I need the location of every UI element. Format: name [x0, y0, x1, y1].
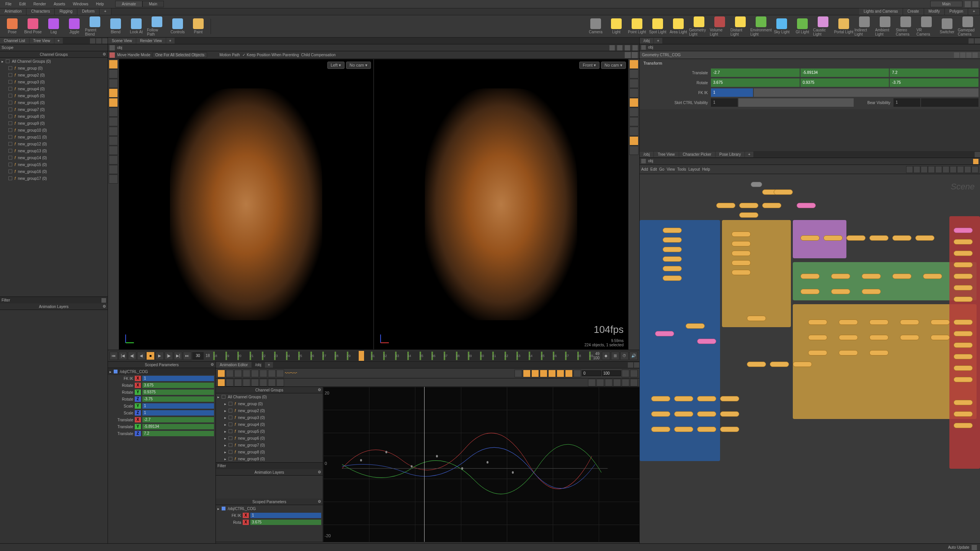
play-back-button[interactable]: ◀ — [137, 352, 145, 360]
ng-tool-icon[interactable] — [935, 166, 942, 173]
list-item[interactable]: fnew_group11 (0) — [0, 134, 108, 140]
skirt-slider[interactable] — [738, 98, 854, 107]
tool-icon[interactable] — [251, 379, 259, 386]
graph-node[interactable] — [915, 235, 934, 241]
cam-right-b[interactable]: No cam ▾ — [601, 62, 626, 69]
shelf-tool[interactable]: Paint — [188, 16, 208, 37]
graph-node[interactable] — [954, 320, 973, 325]
graph-node[interactable] — [651, 411, 670, 417]
close-icon[interactable] — [268, 379, 276, 386]
graph-node[interactable] — [954, 411, 973, 417]
desktop-animate[interactable]: Animate — [115, 1, 142, 7]
tool-icon[interactable] — [109, 79, 118, 88]
shelf-tool[interactable]: Sky Light — [772, 16, 792, 37]
graph-node[interactable] — [954, 228, 973, 233]
rotate-y[interactable]: 0.9375 — [800, 78, 889, 87]
list-item[interactable]: ▸fnew_group2 (0) — [216, 407, 323, 414]
menu-help[interactable]: Help — [92, 2, 108, 6]
tool-icon[interactable] — [109, 127, 118, 136]
list-item[interactable]: fnew_group3 (0) — [0, 78, 108, 85]
tool-icon[interactable] — [630, 379, 638, 386]
menu-render[interactable]: Render — [29, 2, 50, 6]
list-item[interactable]: fnew_group2 (0) — [0, 72, 108, 78]
node-graph-canvas[interactable]: Scene — [640, 174, 980, 549]
tool-icon[interactable] — [629, 98, 639, 107]
help-icon[interactable] — [965, 1, 971, 7]
graph-node[interactable] — [663, 247, 682, 252]
tool-icon[interactable] — [243, 379, 250, 386]
ng-tool-icon[interactable] — [906, 166, 913, 173]
tool-icon[interactable] — [596, 379, 604, 386]
gear-icon[interactable]: ⚙ — [211, 362, 214, 367]
list-item[interactable]: ▸fnew_group9 (0) — [216, 455, 323, 462]
param-row[interactable]: FK IKX1 — [108, 375, 216, 382]
tab-channel-list[interactable]: Channel List — [0, 38, 29, 44]
gear-icon[interactable] — [622, 379, 629, 386]
list-item[interactable]: fnew_group13 (0) — [0, 147, 108, 154]
tool-icon[interactable] — [109, 136, 118, 145]
shelf-tool[interactable]: Look At — [126, 16, 146, 37]
tool-icon[interactable] — [629, 117, 639, 126]
range-end[interactable] — [602, 370, 621, 376]
current-frame[interactable]: 30 — [192, 352, 204, 360]
tool-icon[interactable] — [243, 370, 250, 377]
tool-icon[interactable] — [276, 379, 284, 386]
list-item[interactable]: fnew_group15 (0) — [0, 161, 108, 168]
star-icon[interactable] — [609, 45, 615, 51]
menu-file[interactable]: File — [2, 2, 15, 6]
list-item[interactable]: ▸All Channel Groups (0) — [216, 393, 323, 400]
graph-node[interactable] — [747, 316, 766, 321]
tab-obj[interactable]: /obj — [640, 38, 653, 44]
table-icon[interactable] — [226, 370, 234, 377]
shelf-tool[interactable]: Controls — [168, 16, 188, 37]
param-row[interactable]: RotateX3.675 — [108, 382, 216, 389]
shelf-tool[interactable]: Spot Light — [648, 16, 668, 37]
graph-node[interactable] — [800, 274, 820, 279]
tool-icon[interactable] — [613, 379, 621, 386]
shelf-tool[interactable]: Area Light — [668, 16, 688, 37]
list-item[interactable]: fnew_group4 (0) — [0, 85, 108, 92]
graph-node[interactable] — [954, 331, 973, 336]
tool-icon[interactable] — [109, 155, 118, 165]
child-comp-label[interactable]: Child Compensation — [301, 53, 336, 57]
param-row[interactable]: FK IKX1 — [216, 512, 323, 519]
graph-node[interactable] — [674, 427, 693, 432]
snapshot-icon[interactable] — [617, 45, 622, 51]
list-item[interactable]: fnew_group14 (0) — [0, 154, 108, 161]
desktop-main[interactable]: Main — [142, 1, 164, 7]
fkik-value[interactable]: 1 — [711, 88, 753, 97]
gear-icon[interactable]: ⚙ — [103, 304, 106, 308]
shelf-tab-deform[interactable]: Deform — [77, 8, 100, 15]
range-start[interactable] — [582, 370, 601, 376]
graph-node[interactable] — [674, 396, 693, 401]
rshelf-add-tab[interactable]: + — [968, 8, 980, 15]
graph-node[interactable] — [869, 350, 889, 355]
graph-node[interactable] — [869, 320, 889, 325]
graph-node[interactable] — [839, 335, 858, 340]
graph-icon[interactable] — [217, 370, 225, 377]
left-add-tab[interactable]: + — [54, 38, 63, 44]
graph-node[interactable] — [846, 235, 866, 241]
tool-icon[interactable] — [629, 88, 639, 98]
shelf-tool[interactable]: VR Camera — [916, 16, 936, 37]
translate-y[interactable]: -5.89134 — [800, 68, 889, 77]
scoped-path[interactable]: /obj/CTRL_COG — [120, 370, 148, 374]
graph-node[interactable] — [900, 335, 919, 340]
graph-node[interactable] — [892, 235, 911, 241]
tool-icon[interactable] — [557, 370, 564, 377]
tool-icon[interactable] — [276, 370, 284, 377]
max-icon[interactable] — [975, 38, 980, 44]
graph-node[interactable] — [663, 237, 682, 243]
ng-tab-tree[interactable]: Tree View — [654, 152, 678, 157]
tool-icon[interactable] — [605, 379, 612, 386]
viewport-right[interactable]: Front ▾No cam ▾ 104fps 9.59ms224 objects… — [374, 59, 629, 350]
ng-menu-edit[interactable]: Edit — [650, 167, 657, 171]
right-add-tab[interactable]: + — [654, 38, 662, 44]
ng-tool-icon[interactable] — [950, 166, 957, 173]
tool-icon[interactable] — [109, 117, 118, 126]
tool-icon[interactable] — [548, 370, 556, 377]
pin-icon[interactable] — [90, 38, 95, 44]
shelf-add-tab[interactable]: + — [100, 8, 111, 15]
list-item[interactable]: fnew_group7 (0) — [0, 106, 108, 113]
graph-node[interactable] — [747, 362, 766, 367]
